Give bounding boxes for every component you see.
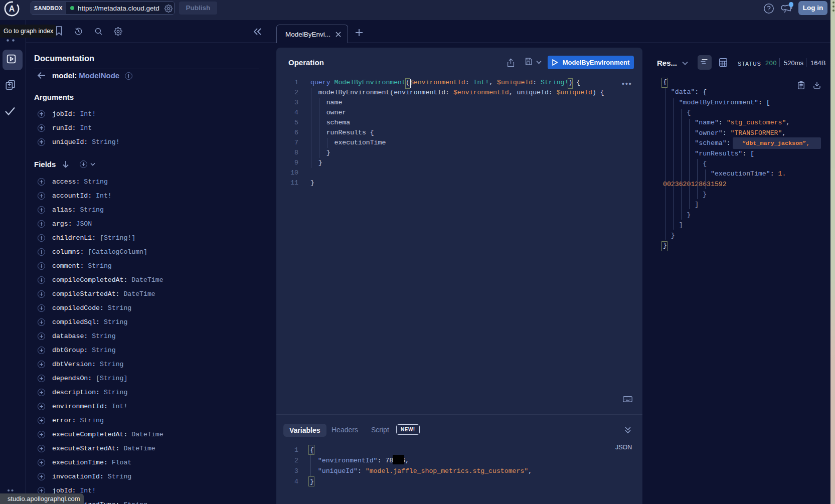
svg-text:A: A: [9, 5, 15, 13]
